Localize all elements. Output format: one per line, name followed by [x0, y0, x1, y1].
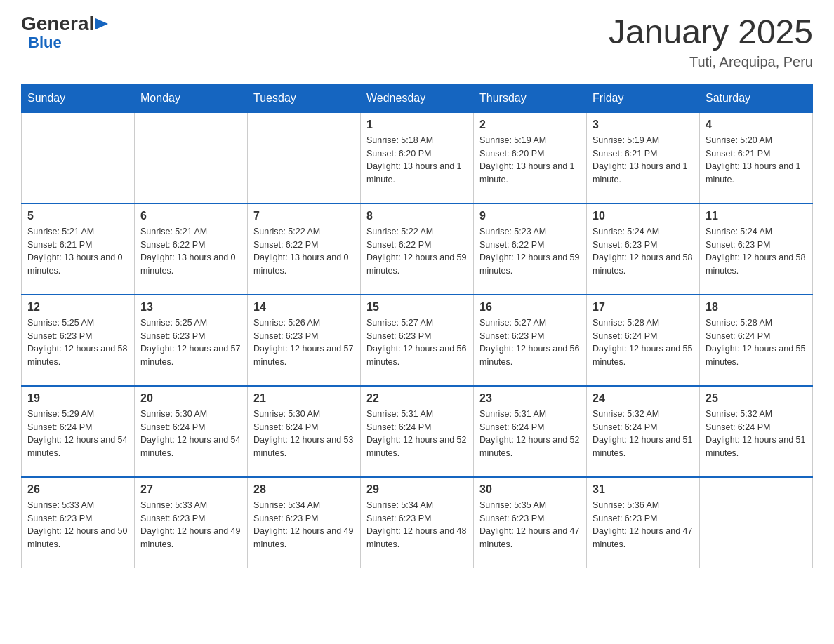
day-info: Sunrise: 5:30 AMSunset: 6:24 PMDaylight:…: [140, 408, 241, 460]
calendar-cell: 3Sunrise: 5:19 AMSunset: 6:21 PMDaylight…: [587, 112, 700, 203]
logo-triangle-icon: [95, 18, 108, 29]
day-info: Sunrise: 5:29 AMSunset: 6:24 PMDaylight:…: [27, 408, 128, 460]
calendar-cell: 22Sunrise: 5:31 AMSunset: 6:24 PMDayligh…: [361, 386, 474, 477]
calendar-cell: 1Sunrise: 5:18 AMSunset: 6:20 PMDaylight…: [361, 112, 474, 203]
day-number: 15: [366, 301, 468, 314]
page-header: General Blue January 2025 Tuti, Arequipa…: [21, 14, 813, 70]
day-info: Sunrise: 5:33 AMSunset: 6:23 PMDaylight:…: [27, 499, 128, 551]
calendar-header: Sunday Monday Tuesday Wednesday Thursday…: [22, 84, 813, 112]
header-tuesday: Tuesday: [248, 84, 361, 112]
logo-general-text: General: [21, 14, 94, 34]
logo: General Blue: [21, 14, 108, 52]
calendar-cell: 5Sunrise: 5:21 AMSunset: 6:21 PMDaylight…: [22, 203, 135, 295]
day-number: 31: [593, 483, 694, 496]
calendar-cell: 20Sunrise: 5:30 AMSunset: 6:24 PMDayligh…: [135, 386, 248, 477]
header-saturday: Saturday: [700, 84, 813, 112]
calendar-cell: 29Sunrise: 5:34 AMSunset: 6:23 PMDayligh…: [361, 477, 474, 568]
day-info: Sunrise: 5:19 AMSunset: 6:21 PMDaylight:…: [593, 134, 694, 187]
calendar-cell: 14Sunrise: 5:26 AMSunset: 6:23 PMDayligh…: [248, 295, 361, 386]
day-info: Sunrise: 5:33 AMSunset: 6:23 PMDaylight:…: [140, 499, 241, 551]
calendar-body: 1Sunrise: 5:18 AMSunset: 6:20 PMDaylight…: [22, 112, 813, 568]
day-info: Sunrise: 5:34 AMSunset: 6:23 PMDaylight:…: [366, 499, 468, 551]
day-number: 17: [593, 301, 694, 314]
calendar-cell: 15Sunrise: 5:27 AMSunset: 6:23 PMDayligh…: [361, 295, 474, 386]
day-number: 28: [253, 483, 355, 496]
day-number: 6: [140, 210, 241, 222]
day-info: Sunrise: 5:22 AMSunset: 6:22 PMDaylight:…: [253, 225, 355, 278]
calendar-cell: 19Sunrise: 5:29 AMSunset: 6:24 PMDayligh…: [22, 386, 135, 477]
day-number: 10: [593, 210, 694, 222]
calendar-cell: [248, 112, 361, 203]
day-number: 18: [706, 301, 807, 314]
calendar-cell: 18Sunrise: 5:28 AMSunset: 6:24 PMDayligh…: [700, 295, 813, 386]
day-number: 7: [253, 210, 355, 222]
title-section: January 2025 Tuti, Arequipa, Peru: [609, 14, 813, 70]
svg-marker-0: [95, 18, 108, 29]
calendar-cell: 11Sunrise: 5:24 AMSunset: 6:23 PMDayligh…: [700, 203, 813, 295]
day-number: 12: [27, 301, 128, 314]
calendar-week-1: 1Sunrise: 5:18 AMSunset: 6:20 PMDaylight…: [22, 112, 813, 203]
calendar-cell: 12Sunrise: 5:25 AMSunset: 6:23 PMDayligh…: [22, 295, 135, 386]
header-monday: Monday: [135, 84, 248, 112]
day-info: Sunrise: 5:22 AMSunset: 6:22 PMDaylight:…: [366, 225, 468, 278]
day-info: Sunrise: 5:34 AMSunset: 6:23 PMDaylight:…: [253, 499, 355, 551]
calendar-cell: [22, 112, 135, 203]
day-info: Sunrise: 5:35 AMSunset: 6:23 PMDaylight:…: [479, 499, 581, 551]
calendar-cell: 8Sunrise: 5:22 AMSunset: 6:22 PMDaylight…: [361, 203, 474, 295]
subtitle: Tuti, Arequipa, Peru: [609, 54, 813, 70]
calendar-cell: 10Sunrise: 5:24 AMSunset: 6:23 PMDayligh…: [587, 203, 700, 295]
day-number: 14: [253, 301, 355, 314]
day-number: 13: [140, 301, 241, 314]
day-number: 26: [27, 483, 128, 496]
day-info: Sunrise: 5:27 AMSunset: 6:23 PMDaylight:…: [479, 316, 581, 369]
day-number: 22: [366, 392, 468, 405]
day-number: 3: [593, 119, 694, 131]
day-number: 21: [253, 392, 355, 405]
calendar-cell: 7Sunrise: 5:22 AMSunset: 6:22 PMDaylight…: [248, 203, 361, 295]
calendar-cell: 27Sunrise: 5:33 AMSunset: 6:23 PMDayligh…: [135, 477, 248, 568]
day-info: Sunrise: 5:20 AMSunset: 6:21 PMDaylight:…: [706, 134, 807, 187]
calendar-cell: 25Sunrise: 5:32 AMSunset: 6:24 PMDayligh…: [700, 386, 813, 477]
header-wednesday: Wednesday: [361, 84, 474, 112]
day-number: 9: [479, 210, 581, 222]
calendar-cell: 2Sunrise: 5:19 AMSunset: 6:20 PMDaylight…: [474, 112, 587, 203]
day-number: 4: [706, 119, 807, 131]
day-number: 23: [479, 392, 581, 405]
calendar-cell: 23Sunrise: 5:31 AMSunset: 6:24 PMDayligh…: [474, 386, 587, 477]
day-info: Sunrise: 5:25 AMSunset: 6:23 PMDaylight:…: [27, 316, 128, 369]
day-number: 19: [27, 392, 128, 405]
day-number: 16: [479, 301, 581, 314]
header-sunday: Sunday: [22, 84, 135, 112]
day-number: 2: [479, 119, 581, 131]
calendar-week-2: 5Sunrise: 5:21 AMSunset: 6:21 PMDaylight…: [22, 203, 813, 295]
day-number: 11: [706, 210, 807, 222]
day-number: 30: [479, 483, 581, 496]
calendar-cell: 28Sunrise: 5:34 AMSunset: 6:23 PMDayligh…: [248, 477, 361, 568]
logo-blue-text: Blue: [28, 34, 62, 52]
calendar-cell: 21Sunrise: 5:30 AMSunset: 6:24 PMDayligh…: [248, 386, 361, 477]
calendar-cell: 6Sunrise: 5:21 AMSunset: 6:22 PMDaylight…: [135, 203, 248, 295]
day-info: Sunrise: 5:24 AMSunset: 6:23 PMDaylight:…: [593, 225, 694, 278]
calendar-cell: 31Sunrise: 5:36 AMSunset: 6:23 PMDayligh…: [587, 477, 700, 568]
day-number: 27: [140, 483, 241, 496]
day-info: Sunrise: 5:31 AMSunset: 6:24 PMDaylight:…: [366, 408, 468, 460]
calendar-cell: [700, 477, 813, 568]
day-info: Sunrise: 5:18 AMSunset: 6:20 PMDaylight:…: [366, 134, 468, 187]
header-row: Sunday Monday Tuesday Wednesday Thursday…: [22, 84, 813, 112]
day-number: 20: [140, 392, 241, 405]
day-info: Sunrise: 5:25 AMSunset: 6:23 PMDaylight:…: [140, 316, 241, 369]
day-number: 25: [706, 392, 807, 405]
header-thursday: Thursday: [474, 84, 587, 112]
day-info: Sunrise: 5:32 AMSunset: 6:24 PMDaylight:…: [593, 408, 694, 460]
day-info: Sunrise: 5:24 AMSunset: 6:23 PMDaylight:…: [706, 225, 807, 278]
day-info: Sunrise: 5:31 AMSunset: 6:24 PMDaylight:…: [479, 408, 581, 460]
day-info: Sunrise: 5:21 AMSunset: 6:22 PMDaylight:…: [140, 225, 241, 278]
day-info: Sunrise: 5:30 AMSunset: 6:24 PMDaylight:…: [253, 408, 355, 460]
calendar-cell: 13Sunrise: 5:25 AMSunset: 6:23 PMDayligh…: [135, 295, 248, 386]
day-number: 1: [366, 119, 468, 131]
calendar-cell: 30Sunrise: 5:35 AMSunset: 6:23 PMDayligh…: [474, 477, 587, 568]
calendar-cell: [135, 112, 248, 203]
day-info: Sunrise: 5:28 AMSunset: 6:24 PMDaylight:…: [593, 316, 694, 369]
main-title: January 2025: [609, 14, 813, 51]
header-friday: Friday: [587, 84, 700, 112]
